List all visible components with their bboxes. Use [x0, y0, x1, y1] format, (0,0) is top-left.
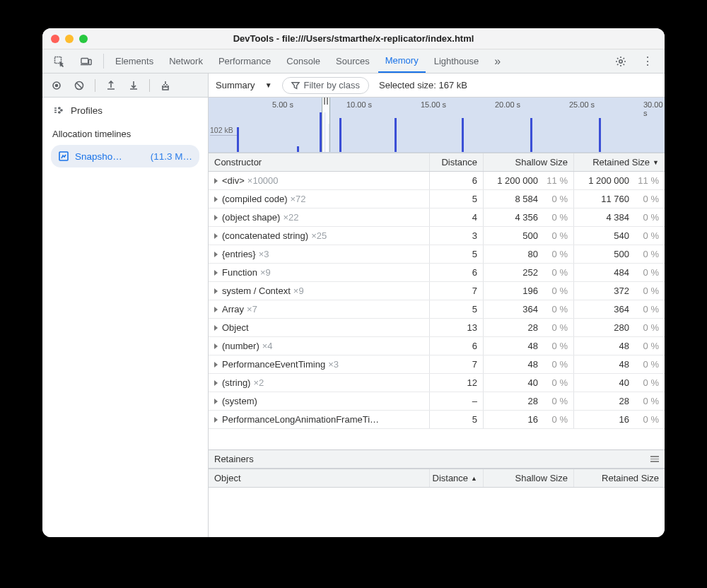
memory-subtoolbar: Summary ▼ Filter by class Selected size:…: [209, 74, 665, 98]
constructor-count: ×25: [311, 230, 327, 241]
expand-icon[interactable]: [214, 362, 218, 368]
expand-icon[interactable]: [214, 270, 218, 276]
col-constructor[interactable]: Constructor: [209, 153, 430, 171]
constructor-name: (object shape): [222, 212, 280, 223]
timeline-bar: [339, 118, 341, 152]
retainers-menu-icon[interactable]: [650, 456, 659, 462]
expand-icon[interactable]: [214, 307, 218, 312]
allocation-timelines-heading: Allocation timelines: [42, 123, 208, 143]
expand-icon[interactable]: [214, 399, 218, 404]
clear-icon[interactable]: [69, 76, 89, 95]
table-row[interactable]: system / Context×971960 %3720 %: [209, 282, 665, 300]
expand-icon[interactable]: [214, 288, 218, 294]
cell-retained: 480 %: [574, 337, 665, 355]
gc-icon[interactable]: [156, 76, 175, 95]
more-menu-icon[interactable]: ⋮: [635, 49, 660, 73]
timeline-tick: 15.00 s: [421, 100, 446, 109]
tab-memory[interactable]: Memory: [378, 49, 426, 73]
filter-placeholder: Filter by class: [304, 80, 360, 90]
more-tabs-icon[interactable]: »: [487, 49, 508, 73]
close-window-button[interactable]: [51, 35, 59, 43]
constructor-name: (concatenated string): [222, 230, 308, 241]
timeline-scrubber[interactable]: [322, 98, 330, 152]
chevron-down-icon: ▼: [265, 81, 272, 89]
retainers-col-object[interactable]: Object: [209, 469, 430, 487]
profiles-label: Profiles: [71, 105, 103, 116]
constructor-name: PerformanceEventTiming: [222, 359, 325, 370]
expand-icon[interactable]: [214, 252, 218, 257]
retainers-title: Retainers: [214, 454, 254, 464]
cell-distance: –: [430, 392, 484, 410]
constructor-name: <div>: [222, 175, 245, 186]
svg-point-5: [55, 83, 59, 87]
expand-icon[interactable]: [214, 417, 218, 423]
table-row[interactable]: (number)×46480 %480 %: [209, 337, 665, 355]
expand-icon[interactable]: [214, 380, 218, 386]
retainers-col-shallow[interactable]: Shallow Size: [484, 469, 574, 487]
timeline-bar: [530, 118, 532, 152]
cell-shallow: 2520 %: [484, 264, 574, 281]
view-dropdown[interactable]: Summary ▼: [216, 80, 272, 90]
table-row[interactable]: (string)×212400 %400 %: [209, 374, 665, 392]
cell-distance: 5: [430, 411, 484, 428]
inspect-element-icon[interactable]: [47, 49, 72, 73]
export-icon[interactable]: [101, 76, 121, 95]
table-row[interactable]: PerformanceLongAnimationFrameTi…5160 %16…: [209, 411, 665, 429]
tab-performance[interactable]: Performance: [211, 49, 278, 73]
table-row[interactable]: (object shape)×2244 3560 %4 3840 %: [209, 208, 665, 227]
col-shallow-size[interactable]: Shallow Size: [484, 153, 574, 171]
expand-icon[interactable]: [214, 215, 218, 220]
retainers-col-distance[interactable]: Distance▲: [430, 469, 484, 487]
cell-shallow: 3640 %: [484, 300, 574, 318]
cell-distance: 7: [430, 355, 484, 373]
table-row[interactable]: Function×962520 %4840 %: [209, 264, 665, 282]
minimize-window-button[interactable]: [65, 35, 74, 43]
expand-icon[interactable]: [214, 233, 218, 239]
devtools-window: DevTools - file:///Users/stmarthe/x-repl…: [42, 28, 665, 537]
cell-retained: 1 200 00011 %: [574, 172, 665, 189]
settings-gear-icon[interactable]: [608, 49, 633, 73]
allocation-timeline[interactable]: 102 kB 5.00 s10.00 s15.00 s20.00 s25.00 …: [209, 98, 665, 153]
table-row[interactable]: Object13280 %2800 %: [209, 319, 665, 337]
import-icon[interactable]: [124, 76, 144, 95]
col-distance[interactable]: Distance: [430, 153, 484, 171]
tab-console[interactable]: Console: [279, 49, 327, 73]
snapshot-item[interactable]: Snapsho… (11.3 M…: [51, 145, 199, 167]
col-retained-size[interactable]: Retained Size▼: [574, 153, 665, 171]
record-icon[interactable]: [47, 76, 66, 95]
grid-header-row: Constructor Distance Shallow Size Retain…: [209, 153, 665, 172]
table-row[interactable]: <div>×1000061 200 00011 %1 200 00011 %: [209, 172, 665, 190]
timeline-bar: [599, 118, 601, 152]
retainers-body: [209, 488, 665, 537]
retainers-col-retained[interactable]: Retained Size: [574, 469, 665, 487]
cell-retained: 3720 %: [574, 282, 665, 300]
table-row[interactable]: (concatenated string)×2535000 %5400 %: [209, 227, 665, 245]
expand-icon[interactable]: [214, 343, 218, 349]
timeline-tick: 30.00 s: [643, 100, 665, 117]
expand-icon[interactable]: [214, 178, 218, 184]
constructor-name: (string): [222, 377, 250, 388]
tab-sources[interactable]: Sources: [329, 49, 377, 73]
constructor-count: ×10000: [247, 175, 279, 186]
table-row[interactable]: (system)–280 %280 %: [209, 392, 665, 411]
expand-icon[interactable]: [214, 325, 218, 331]
tab-elements[interactable]: Elements: [108, 49, 160, 73]
cell-retained: 4840 %: [574, 264, 665, 281]
constructor-name: Object: [222, 322, 249, 333]
tab-network[interactable]: Network: [162, 49, 210, 73]
tab-lighthouse[interactable]: Lighthouse: [427, 49, 486, 73]
cell-distance: 6: [430, 337, 484, 355]
profiles-section[interactable]: Profiles: [42, 98, 208, 123]
table-row[interactable]: (compiled code)×7258 5840 %11 7600 %: [209, 190, 665, 208]
table-row[interactable]: PerformanceEventTiming×37480 %480 %: [209, 355, 665, 374]
panel-tabbar: ElementsNetworkPerformanceConsoleSources…: [42, 49, 665, 74]
table-row[interactable]: Array×753640 %3640 %: [209, 300, 665, 319]
cell-retained: 3640 %: [574, 300, 665, 318]
table-row[interactable]: {entries}×35800 %5000 %: [209, 245, 665, 264]
svg-rect-2: [89, 59, 92, 64]
device-toolbar-icon[interactable]: [74, 49, 99, 73]
expand-icon[interactable]: [214, 196, 218, 202]
zoom-window-button[interactable]: [79, 35, 88, 43]
sort-desc-icon: ▼: [653, 159, 659, 166]
filter-by-class[interactable]: Filter by class: [282, 77, 369, 94]
